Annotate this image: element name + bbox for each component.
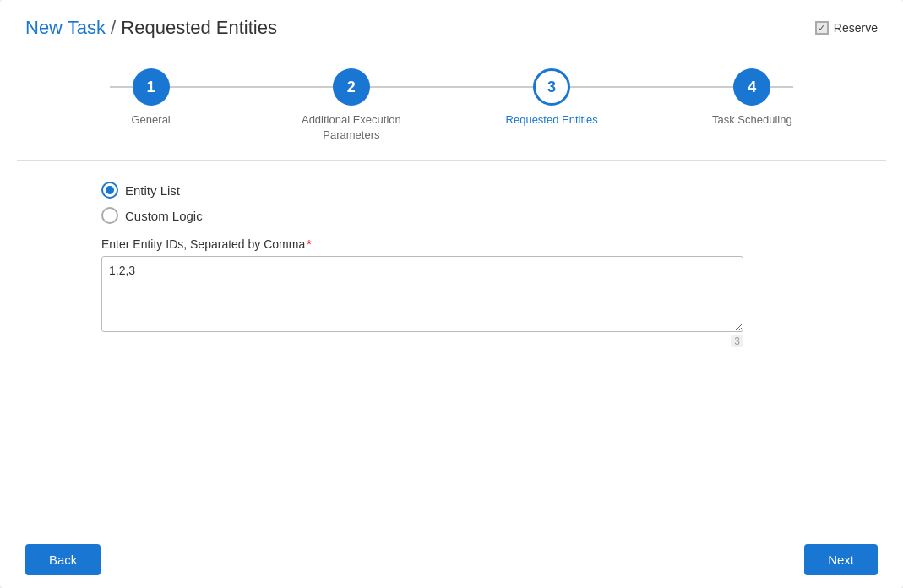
reserve-label: Reserve bbox=[834, 21, 878, 35]
field-label-text: Enter Entity IDs, Separated by Comma bbox=[101, 237, 305, 251]
radio-entity-list-circle bbox=[101, 182, 118, 199]
step-2-circle: 2 bbox=[333, 68, 370, 106]
step-1-label: General bbox=[132, 112, 171, 128]
breadcrumb-page-name: Requested Entities bbox=[121, 17, 277, 38]
page-title: New Task / Requested Entities bbox=[25, 17, 277, 39]
step-1-circle: 1 bbox=[133, 68, 170, 106]
radio-entity-list[interactable]: Entity List bbox=[101, 182, 878, 199]
breadcrumb-separator: / bbox=[106, 17, 121, 38]
entity-ids-label: Enter Entity IDs, Separated by Comma* bbox=[101, 237, 878, 251]
step-4-circle: 4 bbox=[733, 68, 770, 106]
char-count: 3 bbox=[731, 335, 743, 347]
footer: Back Next bbox=[0, 531, 903, 588]
radio-custom-logic-circle bbox=[101, 207, 118, 224]
step-2[interactable]: 2 Additional Execution Parameters bbox=[251, 68, 451, 143]
reserve-checkbox[interactable] bbox=[815, 21, 829, 35]
new-task-link[interactable]: New Task bbox=[25, 17, 106, 38]
step-4[interactable]: 4 Task Scheduling bbox=[652, 68, 852, 128]
content-area: Entity List Custom Logic Enter Entity ID… bbox=[0, 161, 903, 531]
radio-entity-list-label: Entity List bbox=[125, 183, 180, 198]
radio-group: Entity List Custom Logic bbox=[101, 182, 878, 224]
step-1[interactable]: 1 General bbox=[51, 68, 251, 128]
step-3-label: Requested Entities bbox=[506, 112, 598, 128]
main-window: New Task / Requested Entities Reserve 1 … bbox=[0, 0, 903, 588]
reserve-area: Reserve bbox=[815, 21, 878, 35]
back-button[interactable]: Back bbox=[25, 544, 101, 575]
required-marker: * bbox=[307, 237, 311, 251]
step-3[interactable]: 3 Requested Entities bbox=[452, 68, 652, 128]
next-button[interactable]: Next bbox=[804, 544, 878, 575]
textarea-wrapper: 3 bbox=[101, 256, 743, 332]
step-2-label: Additional Execution Parameters bbox=[301, 112, 402, 143]
step-3-circle: 3 bbox=[533, 68, 570, 106]
radio-custom-logic-label: Custom Logic bbox=[125, 209, 203, 223]
entity-ids-textarea[interactable] bbox=[101, 256, 743, 332]
radio-custom-logic[interactable]: Custom Logic bbox=[101, 207, 878, 224]
header: New Task / Requested Entities Reserve bbox=[0, 0, 903, 52]
step-4-label: Task Scheduling bbox=[712, 112, 792, 128]
stepper: 1 General 2 Additional Execution Paramet… bbox=[0, 52, 903, 160]
